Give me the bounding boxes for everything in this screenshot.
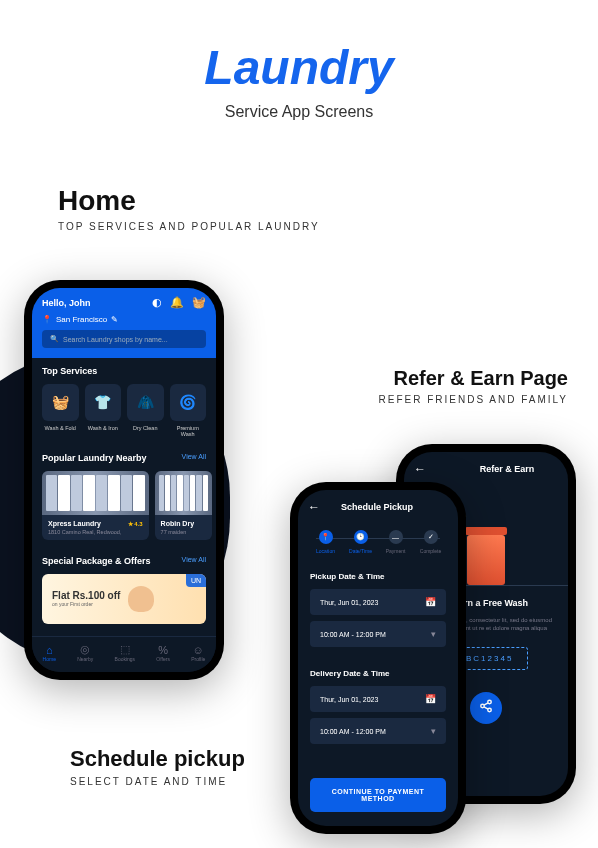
refer-heading: Refer & Earn Page: [378, 367, 568, 390]
nav-home[interactable]: ⌂Home: [43, 644, 56, 662]
home-section-label: Home TOP SERVICES AND POPULAR LAUNDRY: [58, 185, 320, 232]
shop-rating: ★ 4.3: [128, 520, 143, 527]
service-label: Dry Clean: [127, 425, 164, 431]
step-dot-icon: ✓: [424, 530, 438, 544]
view-all-link[interactable]: View All: [182, 556, 206, 566]
bell-icon[interactable]: 🔔: [170, 296, 184, 309]
nav-icon: ⌂: [43, 644, 56, 656]
search-placeholder: Search Laundry shops by name...: [63, 336, 168, 343]
refer-toolbar: ← Refer & Earn: [404, 452, 568, 486]
search-input[interactable]: 🔍 Search Laundry shops by name...: [42, 330, 206, 348]
nav-icon: %: [156, 644, 170, 656]
shop-name: Robin Dry: [161, 520, 194, 527]
calendar-icon: 📅: [425, 597, 436, 607]
nav-icon: ⬚: [115, 643, 136, 656]
schedule-phone: ← Schedule Pickup 📍 Location 🕒 Date/Time…: [290, 482, 466, 834]
service-icon: 🧥: [127, 384, 164, 421]
step-payment[interactable]: — Payment: [378, 530, 413, 554]
refer-section-label: Refer & Earn Page REFER FRIENDS AND FAMI…: [378, 367, 568, 405]
step-label: Location: [308, 548, 343, 554]
shop-name: Xpress Laundry: [48, 520, 101, 527]
service-label: Premium Wash: [170, 425, 207, 437]
location-row[interactable]: 📍 San Francisco ✎: [42, 315, 206, 324]
step-dot-icon: 🕒: [354, 530, 368, 544]
pickup-date-value: Thur, Jun 01, 2023: [320, 599, 378, 606]
pickup-date-input[interactable]: Thur, Jun 01, 2023 📅: [310, 589, 446, 615]
delivery-time-value: 10:00 AM - 12:00 PM: [320, 728, 386, 735]
home-sub: TOP SERVICES AND POPULAR LAUNDRY: [58, 221, 320, 232]
page-title: Laundry: [0, 40, 598, 95]
chevron-down-icon: ▾: [431, 726, 436, 736]
schedule-section-label: Schedule pickup SELECT DATE AND TIME: [70, 746, 245, 787]
shop-address: 1810 Camino Real, Redwood,: [48, 529, 143, 535]
moon-icon[interactable]: ◐: [152, 296, 162, 309]
svg-line-3: [484, 703, 488, 705]
nav-offers[interactable]: %Offers: [156, 644, 170, 662]
step-label: Payment: [378, 548, 413, 554]
chevron-down-icon: ▾: [431, 629, 436, 639]
back-icon[interactable]: ←: [414, 462, 426, 476]
schedule-toolbar: ← Schedule Pickup: [298, 490, 458, 524]
svg-point-0: [488, 700, 492, 704]
share-button[interactable]: [470, 692, 502, 724]
basket-icon[interactable]: 🧺: [192, 296, 206, 309]
service-icon: 🧺: [42, 384, 79, 421]
step-label: Complete: [413, 548, 448, 554]
pickup-time-value: 10:00 AM - 12:00 PM: [320, 631, 386, 638]
top-services-title: Top Services: [42, 366, 97, 376]
service-item[interactable]: 🧥 Dry Clean: [127, 384, 164, 437]
nav-nearby[interactable]: ◎Nearby: [77, 643, 93, 662]
page-title-block: Laundry Service App Screens: [0, 40, 598, 121]
view-all-link[interactable]: View All: [182, 453, 206, 463]
step-label: Date/Time: [343, 548, 378, 554]
service-item[interactable]: 👕 Wash & Iron: [85, 384, 122, 437]
service-icon: 👕: [85, 384, 122, 421]
refer-toolbar-title: Refer & Earn: [456, 464, 558, 474]
nav-icon: ◎: [77, 643, 93, 656]
page-subtitle: Service App Screens: [0, 103, 598, 121]
step-date/time[interactable]: 🕒 Date/Time: [343, 530, 378, 554]
delivery-date-input[interactable]: Thur, Jun 01, 2023 📅: [310, 686, 446, 712]
service-label: Wash & Fold: [42, 425, 79, 431]
service-item[interactable]: 🧺 Wash & Fold: [42, 384, 79, 437]
step-location[interactable]: 📍 Location: [308, 530, 343, 554]
pickup-time-select[interactable]: 10:00 AM - 12:00 PM ▾: [310, 621, 446, 647]
nav-bookings[interactable]: ⬚Bookings: [115, 643, 136, 662]
nav-icon: ☺: [191, 644, 205, 656]
nav-profile[interactable]: ☺Profile: [191, 644, 205, 662]
offer-person-icon: [128, 586, 154, 612]
step-complete[interactable]: ✓ Complete: [413, 530, 448, 554]
home-heading: Home: [58, 185, 320, 217]
service-item[interactable]: 🌀 Premium Wash: [170, 384, 207, 437]
refer-sub: REFER FRIENDS AND FAMILY: [378, 394, 568, 405]
home-header: Hello, John ◐ 🔔 🧺 📍 San Francisco ✎ 🔍 Se…: [32, 288, 216, 358]
pickup-section-title: Pickup Date & Time: [310, 572, 446, 581]
delivery-section-title: Delivery Date & Time: [310, 669, 446, 678]
svg-point-1: [481, 705, 485, 709]
home-phone: Hello, John ◐ 🔔 🧺 📍 San Francisco ✎ 🔍 Se…: [24, 280, 224, 680]
share-icon: [479, 699, 493, 716]
offers-title: Special Package & Offers: [42, 556, 151, 566]
schedule-toolbar-title: Schedule Pickup: [306, 502, 448, 512]
bottom-nav: ⌂Home ◎Nearby ⬚Bookings %Offers ☺Profile: [32, 636, 216, 672]
offer-sub: on your First order: [52, 601, 120, 607]
offer-tag: UN: [186, 574, 206, 587]
nearby-card[interactable]: Xpress Laundry★ 4.3 1810 Camino Real, Re…: [42, 471, 149, 540]
stepper: 📍 Location 🕒 Date/Time — Payment ✓ Compl…: [298, 524, 458, 564]
svg-point-2: [488, 709, 492, 713]
nearby-card[interactable]: Robin Dry 77 maiden: [155, 471, 212, 540]
offer-text: Flat Rs.100 off: [52, 590, 120, 601]
schedule-sub: SELECT DATE AND TIME: [70, 776, 245, 787]
offer-card[interactable]: Flat Rs.100 off on your First order UN: [42, 574, 206, 624]
greeting-text: Hello, John: [42, 298, 91, 308]
nearby-title: Popular Laundry Nearby: [42, 453, 147, 463]
step-dot-icon: —: [389, 530, 403, 544]
gift-icon: [467, 535, 505, 585]
search-icon: 🔍: [50, 335, 59, 343]
delivery-date-value: Thur, Jun 01, 2023: [320, 696, 378, 703]
service-label: Wash & Iron: [85, 425, 122, 431]
delivery-time-select[interactable]: 10:00 AM - 12:00 PM ▾: [310, 718, 446, 744]
continue-button[interactable]: CONTINUE TO PAYMENT METHOD: [310, 778, 446, 812]
service-icon: 🌀: [170, 384, 207, 421]
schedule-heading: Schedule pickup: [70, 746, 245, 772]
